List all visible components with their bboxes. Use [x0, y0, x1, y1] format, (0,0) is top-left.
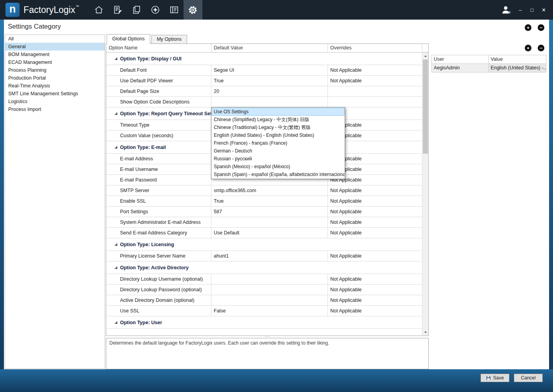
- add-button-top[interactable]: +: [525, 24, 531, 31]
- option-group-title: Option Type: Licensing: [120, 242, 174, 247]
- collapse-expander-icon[interactable]: ◢: [115, 265, 117, 269]
- option-row[interactable]: ◢ Enable SSL Enable SSL True True Not Ap…: [106, 196, 422, 207]
- options-rows: ◢ Option Type: Display / GUI Option Type…: [106, 53, 422, 336]
- option-default-value[interactable]: 587 587: [211, 207, 328, 217]
- remove-button-top[interactable]: −: [538, 24, 544, 31]
- dropdown-option[interactable]: French (France) - français (France): [212, 139, 344, 147]
- option-row[interactable]: ◢ Use SSL Use SSL False False Not Applic…: [106, 306, 422, 316]
- option-row[interactable]: ◢ Default Font Default Font Segoe UI Seg…: [106, 65, 422, 76]
- scrollbar-thumb[interactable]: [423, 60, 428, 154]
- option-default-value[interactable]: [211, 274, 328, 284]
- option-default-value[interactable]: [211, 285, 328, 295]
- option-row[interactable]: ◢ Use Default PDF Viewer Use Default PDF…: [106, 76, 422, 86]
- option-row[interactable]: ◢ Option Type: Active Directory Option T…: [106, 261, 422, 274]
- tab-global-options[interactable]: Global Options: [107, 34, 150, 44]
- option-default-value[interactable]: ahunt1 ahunt1: [211, 251, 328, 261]
- option-row[interactable]: ◢ Default Page Size Default Page Size 20…: [106, 86, 422, 97]
- minimize-button[interactable]: –: [517, 7, 523, 13]
- dropdown-option[interactable]: English (United States) - English (Unite…: [212, 131, 344, 139]
- option-value-text: True: [214, 198, 224, 204]
- option-row[interactable]: ◢ Active Directory Domain (optional) Act…: [106, 295, 422, 306]
- option-row[interactable]: ◢ Primary License Server Name Primary Li…: [106, 251, 422, 261]
- option-override: [328, 86, 422, 96]
- scroll-up-button[interactable]: [422, 53, 428, 59]
- dropdown-option[interactable]: German - Deutsch: [212, 147, 344, 155]
- nav-production-button[interactable]: [146, 0, 165, 20]
- option-row[interactable]: ◢ Show Option Code Descriptions Show Opt…: [106, 97, 422, 107]
- remove-override-button[interactable]: −: [538, 45, 544, 51]
- option-row[interactable]: ◢ Send E-mail Address Category Send E-ma…: [106, 228, 422, 238]
- column-header-user[interactable]: User: [432, 55, 489, 64]
- scroll-down-button[interactable]: [422, 329, 428, 336]
- option-row[interactable]: ◢ Port Settings Port Settings 587 587 No…: [106, 207, 422, 217]
- option-default-value[interactable]: Segoe UI Segoe UI: [211, 65, 328, 75]
- option-default-value[interactable]: [211, 97, 328, 107]
- sidebar-item[interactable]: Real-Time Analysis: [5, 82, 105, 90]
- option-row[interactable]: ◢ System Administrator E-mail Address Sy…: [106, 217, 422, 228]
- collapse-expander-icon[interactable]: ◢: [115, 320, 117, 324]
- dropdown-option[interactable]: Spanish (Spain) - español (España, alfab…: [212, 171, 344, 178]
- nav-materials-button[interactable]: [127, 0, 146, 20]
- nav-home-button[interactable]: [89, 0, 108, 20]
- option-row[interactable]: ◢ Directory Lookup Password (optional) D…: [106, 285, 422, 295]
- add-override-button[interactable]: +: [525, 45, 531, 51]
- trademark: ™: [76, 5, 79, 9]
- option-default-value[interactable]: False False: [211, 306, 328, 316]
- sidebar-item[interactable]: General: [5, 43, 105, 51]
- option-override: Not Applicable: [328, 196, 422, 206]
- sidebar-item[interactable]: ECAD Management: [5, 58, 105, 66]
- sidebar-item[interactable]: All: [5, 35, 105, 43]
- dropdown-option[interactable]: Chinese (Traditional) Legacy - 中文(繁體) 舊版: [212, 123, 344, 131]
- collapse-expander-icon[interactable]: ◢: [115, 145, 117, 149]
- save-button[interactable]: Save: [480, 374, 509, 382]
- collapse-expander-icon[interactable]: ◢: [115, 56, 117, 60]
- column-header-value[interactable]: Value: [489, 55, 546, 64]
- option-row[interactable]: ◢ Option Type: Display / GUI Option Type…: [106, 53, 422, 65]
- nav-reports-button[interactable]: [165, 0, 184, 20]
- option-default-value[interactable]: [211, 217, 328, 227]
- option-name: Directory Lookup Username (optional): [106, 274, 211, 284]
- collapse-expander-icon[interactable]: ◢: [115, 111, 117, 115]
- option-row[interactable]: ◢ SMTP Server SMTP Server smtp.office365…: [106, 185, 422, 196]
- column-header-option-name[interactable]: Option Name: [106, 44, 211, 52]
- sidebar-item[interactable]: SMT Line Management Settings: [5, 90, 105, 98]
- dropdown-option[interactable]: Spanish (Mexico) - español (México): [212, 163, 344, 171]
- sidebar-item[interactable]: Process Import: [5, 105, 105, 113]
- option-default-value[interactable]: True True: [211, 196, 328, 206]
- option-override: [328, 97, 422, 107]
- sidebar-item[interactable]: BOM Management: [5, 51, 105, 58]
- dropdown-option[interactable]: Chinese (Simplified) Legacy - 中文(简体) 旧版: [212, 116, 344, 123]
- dropdown-option[interactable]: Russian - русский: [212, 155, 344, 163]
- option-row[interactable]: ◢ Option Type: User Option Type: User: [106, 316, 422, 329]
- options-scrollbar[interactable]: [422, 53, 428, 336]
- nav-settings-button[interactable]: [184, 0, 202, 20]
- tab-my-options[interactable]: My Options: [151, 35, 187, 44]
- sidebar-item[interactable]: Process Planning: [5, 66, 105, 74]
- option-row[interactable]: ◢ Option Type: Licensing Option Type: Li…: [106, 238, 422, 251]
- option-default-value[interactable]: True True: [211, 76, 328, 86]
- close-button[interactable]: ✕: [541, 7, 547, 13]
- compass-star-icon: [150, 5, 160, 15]
- cancel-button[interactable]: Cancel: [514, 374, 543, 382]
- option-default-value[interactable]: [211, 295, 328, 305]
- option-default-value[interactable]: smtp.office365.com smtp.office365.com: [211, 185, 328, 196]
- column-header-default-value[interactable]: Default Value: [211, 44, 328, 52]
- titlebar: n FactoryLogix™ – □: [0, 0, 553, 20]
- option-default-value[interactable]: Use Default Use Default: [211, 228, 328, 238]
- option-group-header: ◢ Option Type: Display / GUI: [106, 56, 182, 62]
- override-row[interactable]: AegisAdmin English (United States) -...: [432, 64, 546, 73]
- option-default-value[interactable]: 20 20: [211, 86, 328, 96]
- collapse-expander-icon[interactable]: ◢: [115, 242, 117, 246]
- maximize-button[interactable]: □: [529, 7, 535, 13]
- sidebar-item[interactable]: Production Portal: [5, 74, 105, 82]
- sidebar-item[interactable]: Logistics: [5, 98, 105, 105]
- dropdown-option[interactable]: Use OS Settings: [212, 108, 344, 116]
- nav-planning-button[interactable]: [108, 0, 127, 20]
- option-row[interactable]: ◢ Directory Lookup Username (optional) D…: [106, 274, 422, 285]
- user-logout-icon[interactable]: [501, 5, 511, 15]
- option-value-text: Use Default: [214, 230, 239, 236]
- app-window: n FactoryLogix™ – □: [0, 0, 553, 392]
- column-header-overrides[interactable]: Overrides: [328, 44, 422, 52]
- option-name: Send E-mail Address Category: [106, 228, 211, 238]
- option-name: SMTP Server: [106, 185, 211, 196]
